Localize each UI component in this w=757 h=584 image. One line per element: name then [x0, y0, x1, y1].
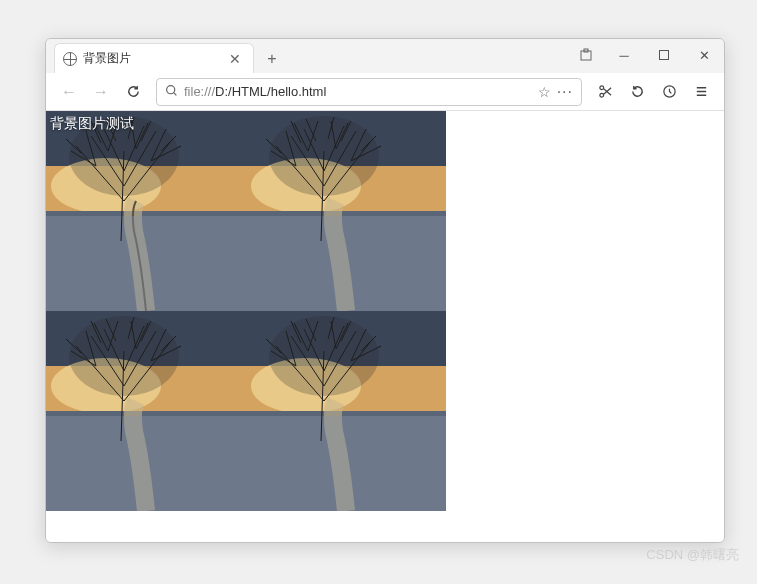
bg-tile [46, 111, 246, 311]
page-title: 背景图片测试 [50, 115, 134, 133]
globe-icon [63, 52, 77, 66]
history-icon[interactable] [654, 77, 684, 107]
new-tab-button[interactable]: + [258, 45, 286, 73]
svg-rect-70 [46, 416, 246, 511]
address-bar[interactable]: file:///D:/HTML/hello.html ☆ ··· [156, 78, 582, 106]
extension-icon[interactable] [568, 39, 604, 71]
browser-tab[interactable]: 背景图片 ✕ [54, 43, 254, 73]
window-controls: ─ ✕ [568, 39, 724, 71]
bookmark-icon[interactable]: ☆ [538, 84, 551, 100]
bg-tile [46, 311, 246, 511]
more-icon[interactable]: ··· [557, 83, 573, 101]
url-text: file:///D:/HTML/hello.html [184, 84, 532, 99]
scissors-icon[interactable] [590, 77, 620, 107]
maximize-button[interactable] [644, 39, 684, 71]
forward-button[interactable]: → [86, 77, 116, 107]
svg-line-6 [603, 89, 611, 96]
svg-point-5 [599, 93, 603, 97]
svg-line-3 [174, 92, 176, 94]
svg-point-2 [167, 85, 175, 93]
menu-icon[interactable] [686, 77, 716, 107]
minimize-button[interactable]: ─ [604, 39, 644, 71]
watermark: CSDN @韩曙亮 [646, 546, 739, 564]
close-button[interactable]: ✕ [684, 39, 724, 71]
svg-rect-43 [246, 216, 446, 311]
back-button[interactable]: ← [54, 77, 84, 107]
tab-title: 背景图片 [83, 50, 131, 67]
title-bar: 背景图片 ✕ + ─ ✕ [46, 39, 724, 73]
background-image-container: 背景图片测试 [46, 111, 446, 511]
bg-tile [246, 311, 446, 511]
svg-point-65 [269, 116, 379, 196]
svg-rect-97 [246, 416, 446, 511]
svg-point-4 [599, 86, 603, 90]
browser-window: 背景图片 ✕ + ─ ✕ ← → file:///D:/HTML/hello.h… [45, 38, 725, 543]
reload-button[interactable] [118, 77, 148, 107]
svg-rect-16 [46, 216, 246, 311]
square-icon [659, 50, 669, 60]
svg-line-7 [603, 88, 611, 95]
tab-close-icon[interactable]: ✕ [225, 51, 245, 67]
search-icon [165, 84, 178, 100]
svg-point-119 [269, 316, 379, 396]
undo-icon[interactable] [622, 77, 652, 107]
svg-point-92 [69, 316, 179, 396]
page-content: 背景图片测试 [46, 111, 724, 542]
bg-tile [246, 111, 446, 311]
toolbar: ← → file:///D:/HTML/hello.html ☆ ··· [46, 73, 724, 111]
